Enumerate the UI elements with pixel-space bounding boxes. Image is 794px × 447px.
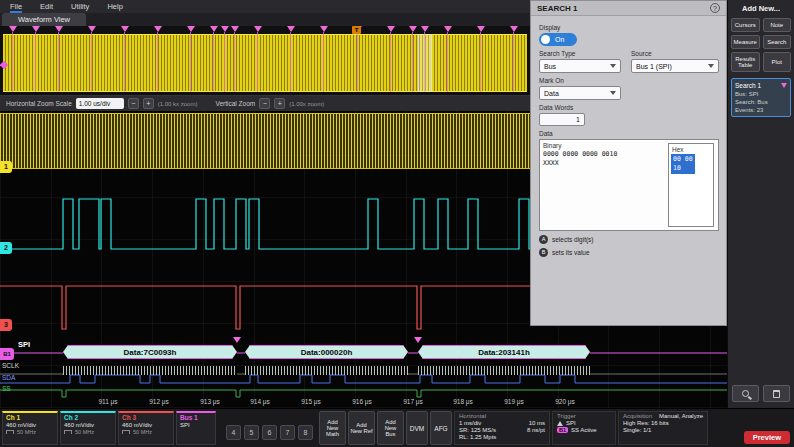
overview-event-markers [0,26,530,95]
search-panel-title: SEARCH 1 [537,4,577,13]
search-event-marker-icon [412,32,413,92]
add-new-ref-button[interactable]: Add New Ref [348,411,375,445]
horizontal-window: 10 ms [529,420,545,426]
spi-decode-frame: Data:203141h [418,345,590,359]
search-event-marker-icon [157,32,158,92]
search-event-marker-icon [447,32,448,92]
mark-on-dropdown[interactable]: Data [539,86,621,100]
sclk-burst [63,366,237,375]
bus1-marker[interactable]: B1 [0,348,14,360]
search1-result-card[interactable]: Search 1 Bus: SPI Search: Bus Events: 23 [731,78,791,117]
h-zoom-decrease-button[interactable]: − [128,98,139,109]
results-sidebar: Add New... Cursors Note Measure Search R… [727,0,794,408]
ch2-marker[interactable]: 2 [0,242,12,254]
add-measure-button[interactable]: Measure [731,35,760,49]
search-type-dropdown[interactable]: Bus [539,59,621,73]
add-new-bus-button[interactable]: Add New Bus [377,411,404,445]
search-panel-titlebar: SEARCH 1 ? [531,1,726,16]
trigger-badge[interactable]: Trigger SPI B1SS Active [552,411,616,445]
dvm-button[interactable]: DVM [406,411,428,445]
search-event-marker-icon [58,32,59,92]
channel-6-button[interactable]: 6 [262,425,277,440]
channel-4-button[interactable]: 4 [226,425,241,440]
data-words-label: Data Words [539,104,718,111]
v-zoom-increase-button[interactable]: + [274,98,285,109]
h-zoom-scale-label: Horizontal Zoom Scale [6,100,72,107]
channel-5-button[interactable]: 5 [244,425,259,440]
zoom-tool-button[interactable] [732,385,759,402]
add-plot-button[interactable]: Plot [763,52,792,72]
sclk-burst [418,366,590,375]
add-results-table-button[interactable]: Results Table [731,52,760,72]
search-event-marker-icon [124,32,125,92]
search-event-marker-icon [91,32,92,92]
channel-name: Ch 3 [122,414,170,421]
afg-button[interactable]: AFG [430,411,452,445]
channel-number-buttons: 4 5 6 7 8 [226,425,313,445]
resolution: 8 ns/pt [527,427,545,433]
data-pattern-box[interactable]: Binary 0000 0000 0000 0010 XXXX Hex 00 0… [539,139,719,231]
zoom-overview[interactable]: T [0,26,530,96]
h-zoom-increase-button[interactable]: + [143,98,154,109]
bus-badge[interactable]: Bus 1 SPI [176,411,216,445]
add-search-button[interactable]: Search [763,35,792,49]
knob-a-hint: A selects digit(s) [539,235,718,244]
trigger-detail: SS Active [571,427,597,433]
display-toggle[interactable]: On [539,33,577,46]
time-axis-label: 920 μs [555,398,575,405]
search-mark-icon [781,83,787,88]
menu-file[interactable]: File [10,0,22,13]
search-event-marker-icon [213,32,214,92]
tab-waveform-view[interactable]: Waveform View [2,13,86,26]
time-axis-label: 911 μs [98,398,117,405]
chevron-down-icon [708,64,714,68]
hex-value-selected[interactable]: 00 00 10 [671,154,695,174]
add-new-title: Add New... [731,4,791,13]
add-cursors-button[interactable]: Cursors [731,18,760,32]
oscilloscope-app: File Edit Utility Help Waveform View T H… [0,0,794,447]
mark-on-value: Data [544,90,559,97]
ch1-marker[interactable]: 1 [0,161,12,173]
horizontal-badge[interactable]: Horizontal 1 ms/div10 ms SR: 125 MS/s8 n… [454,411,550,445]
source-value: Bus 1 (SPI) [636,63,672,70]
data-words-input[interactable]: 1 [539,113,585,126]
time-axis-label: 916 μs [352,398,372,405]
menu-help[interactable]: Help [107,0,122,13]
search-event-marker-icon [390,32,391,92]
trigger-title: Trigger [557,413,611,419]
search1-type-line: Search: Bus [735,99,787,105]
menu-utility[interactable]: Utility [71,0,89,13]
acquisition-resolution: High Res: 16 bits [623,420,669,426]
search-event-marker-icon [12,32,13,92]
channel-7-button[interactable]: 7 [280,425,295,440]
add-new-math-button[interactable]: Add New Math [319,411,346,445]
sda-waveform [0,375,727,383]
source-dropdown[interactable]: Bus 1 (SPI) [631,59,719,73]
channel-bandwidth: 50 MHz [133,429,152,435]
search-mark-icon [233,337,241,343]
zoom-controls-bar: Horizontal Zoom Scale 1.00 us/div − + (1… [0,96,530,111]
channel-badge-ch3[interactable]: Ch 3 460 mV/div 50 MHz [118,411,174,445]
spi-decode-frame: Data:7C0093h [63,345,237,359]
toggle-knob-icon [541,35,550,44]
channel-badge-ch2[interactable]: Ch 2 460 mV/div 50 MHz [60,411,116,445]
channel-8-button[interactable]: 8 [298,425,313,440]
search-event-marker-icon [480,32,481,92]
h-zoom-scale-input[interactable]: 1.00 us/div [76,98,124,109]
channel-badge-ch1[interactable]: Ch 1 460 mV/div 50 MHz [2,411,58,445]
search-event-marker-icon [234,32,235,92]
time-axis-label: 914 μs [250,398,270,405]
help-icon[interactable]: ? [710,3,720,13]
data-label: Data [539,130,718,137]
v-zoom-decrease-button[interactable]: − [259,98,270,109]
acquisition-badge[interactable]: AcquisitionManual, Analyze High Res: 16 … [618,411,708,445]
add-note-button[interactable]: Note [763,18,792,32]
menu-edit[interactable]: Edit [40,0,53,13]
ch3-marker[interactable]: 3 [0,319,12,331]
hex-column[interactable]: Hex 00 00 10 [668,143,714,227]
spi-decode-frame: Data:000020h [245,345,408,359]
delete-tool-button[interactable] [763,385,790,402]
chevron-down-icon [610,64,616,68]
knob-b-icon: B [539,248,548,257]
zoom-window[interactable] [418,34,432,92]
